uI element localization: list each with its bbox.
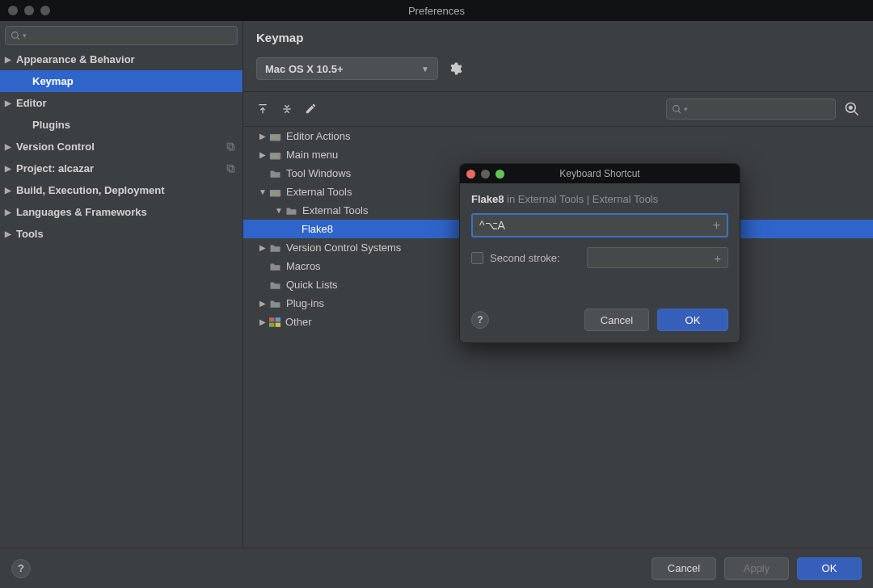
keymap-scheme-value: Mac OS X 10.5+ bbox=[265, 63, 343, 75]
chevron-down-icon: ▼ bbox=[421, 65, 429, 74]
toolbox-icon bbox=[269, 187, 281, 197]
svg-point-0 bbox=[12, 32, 19, 38]
spacer bbox=[258, 169, 268, 178]
collapse-all-icon[interactable] bbox=[280, 103, 293, 116]
triangle-right-icon: ▶ bbox=[5, 186, 11, 195]
svg-rect-21 bbox=[276, 154, 277, 158]
tree-row-label: Main menu bbox=[286, 149, 338, 161]
sidebar-item-languages-frameworks[interactable]: ▶Languages & Frameworks bbox=[0, 201, 242, 223]
svg-rect-4 bbox=[229, 166, 234, 172]
svg-rect-5 bbox=[227, 165, 233, 170]
sidebar-item-editor[interactable]: ▶Editor bbox=[0, 92, 242, 114]
svg-rect-17 bbox=[276, 136, 277, 139]
first-stroke-value: ^⌥A bbox=[479, 219, 505, 232]
sidebar-item-tools[interactable]: ▶Tools bbox=[0, 223, 242, 245]
sidebar-item-label: Editor bbox=[16, 97, 47, 109]
folder-icon bbox=[269, 280, 281, 290]
svg-rect-20 bbox=[273, 154, 275, 158]
tree-row-label: External Tools bbox=[286, 186, 352, 198]
tree-row-label: Version Control Systems bbox=[286, 242, 401, 254]
triangle-right-icon: ▶ bbox=[258, 150, 268, 159]
tree-row-label: Quick Lists bbox=[286, 279, 338, 291]
triangle-down-icon: ▼ bbox=[274, 206, 284, 215]
action-search-input[interactable]: ▾ bbox=[666, 99, 836, 120]
colorbox-icon bbox=[269, 317, 280, 327]
cancel-button[interactable]: Cancel bbox=[652, 557, 716, 580]
dialog-ok-button[interactable]: OK bbox=[657, 309, 728, 331]
svg-rect-26 bbox=[269, 317, 274, 321]
keymap-scheme-dropdown[interactable]: Mac OS X 10.5+ ▼ bbox=[256, 57, 438, 80]
copy-icon bbox=[226, 141, 236, 152]
svg-line-1 bbox=[17, 37, 19, 40]
sidebar-item-project-alcazar[interactable]: ▶Project: alcazar bbox=[0, 158, 242, 179]
second-stroke-checkbox[interactable] bbox=[471, 252, 483, 264]
triangle-right-icon: ▶ bbox=[5, 208, 11, 216]
find-by-shortcut-icon[interactable] bbox=[844, 101, 860, 117]
svg-line-12 bbox=[854, 111, 858, 116]
sidebar-item-label: Version Control bbox=[16, 141, 95, 153]
svg-line-10 bbox=[678, 111, 681, 113]
gear-icon[interactable] bbox=[448, 61, 462, 76]
spacer bbox=[258, 280, 268, 289]
dialog-cancel-button[interactable]: Cancel bbox=[584, 309, 649, 331]
apply-button[interactable]: Apply bbox=[724, 557, 789, 580]
toolbox-icon bbox=[269, 132, 281, 141]
sidebar-item-plugins[interactable]: Plugins bbox=[0, 114, 242, 136]
dialog-titlebar: Keyboard Shortcut bbox=[460, 164, 740, 183]
spacer bbox=[290, 225, 300, 233]
folder-icon bbox=[285, 206, 297, 216]
sidebar-search-input[interactable]: ▾ bbox=[5, 26, 238, 45]
svg-point-9 bbox=[673, 105, 680, 111]
svg-rect-16 bbox=[273, 136, 275, 139]
svg-point-13 bbox=[849, 106, 853, 110]
folder-icon bbox=[269, 243, 281, 253]
tree-row-label: Flake8 bbox=[302, 223, 333, 235]
expand-all-icon[interactable] bbox=[256, 103, 269, 116]
plus-icon: + bbox=[714, 251, 721, 265]
sidebar-item-label: Keymap bbox=[32, 75, 74, 87]
edit-icon[interactable] bbox=[305, 103, 317, 116]
svg-rect-28 bbox=[269, 322, 274, 326]
svg-rect-25 bbox=[276, 191, 277, 195]
toolbox-icon bbox=[269, 150, 281, 160]
tree-row-main-menu[interactable]: ▶Main menu bbox=[243, 145, 873, 164]
triangle-right-icon: ▶ bbox=[5, 164, 11, 173]
triangle-right-icon: ▶ bbox=[5, 229, 11, 238]
spacer bbox=[258, 262, 268, 271]
svg-rect-29 bbox=[276, 322, 280, 326]
window-title: Preferences bbox=[0, 5, 873, 17]
dialog-footer: ? Cancel Apply OK bbox=[0, 548, 873, 588]
first-stroke-input[interactable]: ^⌥A + bbox=[471, 213, 728, 237]
svg-rect-3 bbox=[227, 143, 233, 149]
preferences-sidebar: ▾ ▶Appearance & BehaviorKeymap▶EditorPlu… bbox=[0, 21, 242, 548]
svg-rect-24 bbox=[273, 191, 275, 195]
triangle-right-icon: ▶ bbox=[5, 55, 11, 64]
sidebar-item-keymap[interactable]: Keymap bbox=[0, 70, 242, 92]
triangle-down-icon: ▼ bbox=[258, 187, 268, 196]
dialog-help-button[interactable]: ? bbox=[471, 311, 489, 329]
sidebar-item-label: Build, Execution, Deployment bbox=[16, 184, 164, 196]
sidebar-item-appearance-behavior[interactable]: ▶Appearance & Behavior bbox=[0, 48, 242, 70]
tree-row-label: Other bbox=[285, 316, 312, 328]
sidebar-item-version-control[interactable]: ▶Version Control bbox=[0, 136, 242, 158]
sidebar-item-label: Tools bbox=[16, 228, 44, 240]
search-icon bbox=[11, 31, 21, 41]
triangle-right-icon: ▶ bbox=[258, 317, 268, 326]
triangle-right-icon: ▶ bbox=[5, 142, 11, 151]
sidebar-item-build-execution-deployment[interactable]: ▶Build, Execution, Deployment bbox=[0, 179, 242, 201]
shortcut-breadcrumb: Flake8 in External Tools | External Tool… bbox=[471, 193, 728, 205]
help-button[interactable]: ? bbox=[11, 559, 31, 578]
second-stroke-input[interactable]: + bbox=[587, 247, 728, 268]
dialog-title: Keyboard Shortcut bbox=[460, 168, 740, 179]
copy-icon bbox=[226, 163, 236, 174]
triangle-right-icon: ▶ bbox=[5, 99, 11, 107]
sidebar-item-label: Plugins bbox=[32, 119, 70, 131]
chevron-down-icon: ▾ bbox=[684, 105, 688, 113]
ok-button[interactable]: OK bbox=[797, 557, 862, 580]
sidebar-item-label: Project: alcazar bbox=[16, 162, 94, 174]
svg-rect-27 bbox=[276, 317, 280, 321]
triangle-right-icon: ▶ bbox=[258, 299, 268, 308]
sidebar-item-label: Appearance & Behavior bbox=[16, 53, 135, 65]
tree-row-editor-actions[interactable]: ▶Editor Actions bbox=[243, 127, 873, 145]
panel-title: Keymap bbox=[256, 31, 860, 44]
